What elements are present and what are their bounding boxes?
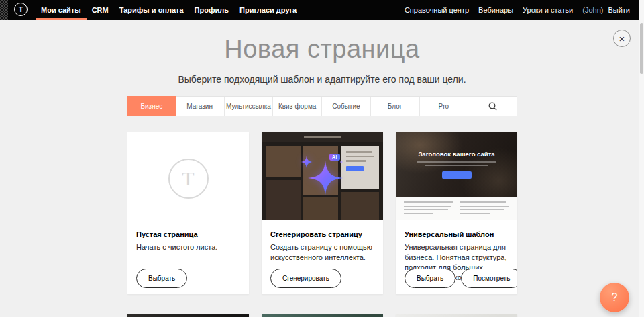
template-card-ai-generate[interactable]: AI Сгенерировать страницу Создать страни…	[262, 132, 383, 294]
card-title: Пустая страница	[136, 230, 240, 238]
top-navigation-bar: T Мои сайты CRM Тарифы и оплата Профиль …	[0, 0, 644, 20]
text-placeholder-line	[404, 201, 453, 203]
template-card[interactable]	[396, 314, 517, 317]
preview-mini-topbar	[262, 132, 383, 142]
select-blank-button[interactable]: Выбрать	[136, 269, 187, 288]
text-placeholder-column	[404, 201, 453, 220]
template-card[interactable]	[127, 314, 249, 317]
text-placeholder-line	[460, 213, 490, 214]
scrollbar-thumb[interactable]	[640, 23, 643, 74]
ai-generate-preview: AI	[262, 132, 383, 220]
nav-lessons-articles[interactable]: Уроки и статьи	[518, 0, 578, 20]
card-title: Универсальный шаблон	[405, 230, 508, 238]
nav-webinars[interactable]: Вебинары	[474, 0, 518, 20]
text-placeholder-column	[460, 201, 510, 220]
scrollbar[interactable]	[639, 0, 644, 317]
text-placeholder-line	[417, 161, 496, 163]
blank-page-preview: T	[127, 132, 249, 220]
tab-blog[interactable]: Блог	[371, 97, 420, 116]
select-universal-button[interactable]: Выбрать	[405, 269, 455, 288]
template-preview-image	[127, 314, 249, 317]
user-name: (John)	[578, 0, 603, 20]
preview-blue-button	[442, 171, 472, 179]
nav-crm[interactable]: CRM	[87, 0, 114, 20]
tab-multilink[interactable]: Мультиссылка	[225, 97, 274, 116]
tilda-ring-logo-icon: T	[168, 158, 209, 199]
text-placeholder-line	[404, 206, 451, 207]
template-preview-image	[396, 314, 517, 317]
page-subtitle: Выберите подходящий шаблон и адаптируйте…	[0, 74, 644, 85]
tab-search[interactable]	[468, 97, 517, 116]
text-placeholder-line	[404, 209, 448, 210]
main-menu: Мои сайты CRM Тарифы и оплата Профиль Пр…	[36, 0, 302, 20]
template-card-universal[interactable]: Заголовок вашего сайта	[396, 132, 517, 294]
nav-pricing[interactable]: Тарифы и оплата	[114, 0, 189, 20]
logout-link[interactable]: Выйти	[603, 0, 635, 20]
card-body: Пустая страница Начать с чистого листа.	[127, 220, 249, 253]
template-category-tabs: Бизнес Магазин Мультиссылка Квиз-форма С…	[127, 96, 517, 116]
ai-sparkle-icon	[292, 152, 354, 201]
card-title: Сгенерировать страницу	[270, 230, 374, 238]
nav-my-sites[interactable]: Мои сайты	[36, 0, 87, 20]
tab-quiz-form[interactable]: Квиз-форма	[273, 97, 322, 116]
text-placeholder-line	[425, 165, 488, 167]
nav-profile[interactable]: Профиль	[189, 0, 234, 20]
template-preview-image	[262, 314, 383, 317]
tab-pro[interactable]: Pro	[420, 97, 469, 116]
tab-event[interactable]: Событие	[322, 97, 371, 116]
tilda-ring-letter: T	[182, 167, 194, 190]
preview-universal-button[interactable]: Посмотреть	[461, 269, 517, 288]
tab-shop[interactable]: Магазин	[176, 97, 225, 116]
search-icon	[488, 101, 498, 111]
card-actions: Выбрать Посмотреть	[405, 269, 517, 288]
new-page-modal: × Новая страница Выберите подходящий шаб…	[0, 20, 644, 317]
text-placeholder-line	[404, 213, 433, 214]
card-actions: Сгенерировать	[270, 269, 341, 288]
nav-help-center[interactable]: Справочный центр	[400, 0, 474, 20]
text-placeholder-line	[460, 201, 507, 203]
text-placeholder-line	[460, 209, 504, 210]
page-title: Новая страница	[0, 35, 644, 64]
generate-button[interactable]: Сгенерировать	[270, 269, 341, 288]
ai-badge: AI	[329, 154, 340, 161]
card-body: Сгенерировать страницу Создать страницу …	[262, 220, 383, 263]
template-grid: T Пустая страница Начать с чистого листа…	[127, 132, 517, 294]
template-grid-row2	[127, 314, 517, 317]
texture-decoration	[0, 0, 8, 20]
secondary-menu: Справочный центр Вебинары Уроки и статьи…	[400, 0, 644, 20]
help-button[interactable]: ?	[600, 283, 629, 312]
preview-text-section	[396, 197, 517, 220]
nav-invite-friend[interactable]: Пригласи друга	[234, 0, 302, 20]
preview-hero-title: Заголовок вашего сайта	[396, 132, 517, 158]
text-placeholder-line	[304, 136, 341, 138]
template-card-blank-page[interactable]: T Пустая страница Начать с чистого листа…	[127, 132, 249, 294]
template-card[interactable]	[262, 314, 383, 317]
tab-business[interactable]: Бизнес	[127, 96, 176, 116]
card-description: Создать страницу с помощью искусственног…	[270, 242, 374, 263]
text-placeholder-line	[460, 206, 510, 207]
tilda-logo[interactable]: T	[14, 3, 28, 16]
preview-hero: Заголовок вашего сайта	[396, 132, 517, 197]
preview-photo-tile	[303, 197, 338, 220]
tilda-logo-letter: T	[19, 5, 23, 13]
card-description: Начать с чистого листа.	[136, 242, 240, 253]
universal-template-preview: Заголовок вашего сайта	[396, 132, 517, 220]
card-actions: Выбрать	[136, 269, 187, 288]
